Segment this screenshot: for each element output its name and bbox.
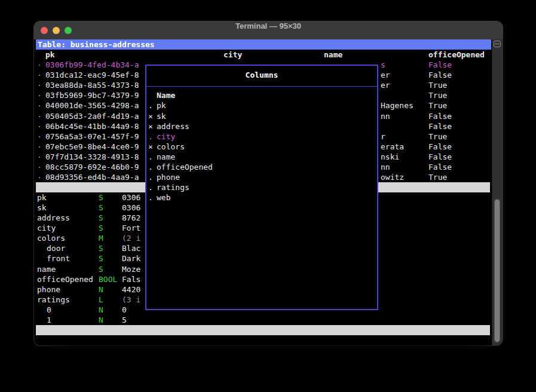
modal-column-item-city[interactable]: . city — [34, 131, 503, 142]
attribute-value: 0 — [122, 305, 127, 315]
column-name-label: ratings — [157, 182, 189, 192]
visibility-marker-icon: . — [148, 192, 153, 203]
attribute-type: BOOL — [99, 274, 117, 284]
name-cell: er — [381, 80, 390, 90]
attribute-type: S — [99, 203, 103, 213]
modal-column-item-ratings[interactable]: . ratings — [34, 182, 503, 192]
attribute-key: name — [37, 264, 56, 274]
officeopened-cell: False — [428, 70, 452, 80]
attribute-value: 5 — [122, 315, 127, 325]
modal-column-item-sk[interactable]: × sk — [34, 111, 503, 121]
column-name-label: sk — [157, 111, 166, 121]
visibility-marker-icon: . — [148, 131, 153, 142]
attribute-value: Moze — [122, 264, 140, 274]
visibility-marker-icon: × — [148, 111, 153, 121]
attribute-type: N — [99, 305, 103, 315]
attribute-key: colors — [37, 233, 65, 243]
attribute-value: Blac — [122, 243, 140, 253]
officeopened-cell: True — [428, 80, 447, 90]
column-name-label: officeOpened — [157, 162, 213, 172]
visibility-marker-icon: × — [148, 121, 153, 131]
attribute-value: (2 i — [122, 233, 140, 243]
modal-column-item-pk[interactable]: . pk — [34, 100, 503, 111]
modal-column-item-phone[interactable]: . phone — [34, 172, 503, 182]
attribute-value: Fort — [122, 223, 140, 233]
attribute-type: M — [99, 233, 103, 243]
modal-column-item-colors[interactable]: × colors — [34, 142, 503, 152]
attribute-value: Fals — [122, 274, 140, 284]
visibility-marker-icon: . — [148, 100, 153, 111]
attribute-key: sk — [37, 203, 47, 213]
visibility-marker-icon: . — [148, 172, 153, 182]
modal-title: Columns — [145, 70, 378, 80]
officeopened-cell: True — [428, 90, 447, 100]
visibility-marker-icon: . — [148, 162, 153, 172]
scrollbar-thumb[interactable] — [494, 199, 500, 342]
row-bullet-icon: · — [37, 90, 42, 100]
titlebar[interactable]: Terminal — 95×30 — [34, 22, 503, 40]
attribute-key: 1 — [47, 315, 51, 325]
pk-cell: 0306fb99-4fed-4b34-a — [45, 60, 139, 70]
visibility-marker-icon: × — [148, 142, 153, 152]
item-attribute-row[interactable]: 1 N 5 — [34, 315, 503, 325]
attribute-type: S — [99, 253, 103, 264]
modal-column-item-web[interactable]: . web — [34, 192, 503, 203]
split-pane-icon[interactable] — [494, 41, 501, 47]
modal-column-item-name[interactable]: . name — [34, 152, 503, 162]
status-bar-label: All results — [66, 336, 117, 345]
attribute-value: (3 i — [122, 295, 140, 305]
attribute-type: L — [99, 295, 103, 305]
name-cell: er — [381, 70, 390, 80]
attribute-value: Dark — [122, 253, 140, 264]
name-cell: s — [381, 60, 385, 70]
attribute-type: N — [99, 284, 103, 295]
attribute-value: 4420 — [122, 284, 140, 295]
row-bullet-icon: · — [37, 70, 42, 80]
column-header-pk[interactable]: pk — [45, 50, 55, 60]
column-name-label: address — [157, 121, 189, 131]
visibility-marker-icon: . — [148, 182, 153, 192]
status-bar: All results — [36, 325, 490, 335]
attribute-value: 8762 — [122, 213, 140, 223]
attribute-type: N — [99, 315, 103, 325]
attribute-key: address — [37, 213, 70, 223]
attribute-key: door — [47, 243, 65, 253]
column-name-label: city — [157, 131, 175, 142]
attribute-value: 0306 — [122, 203, 140, 213]
modal-title-divider — [146, 86, 377, 87]
pk-cell: 03ea88da-8a55-4373-8 — [45, 80, 139, 90]
terminal-content: Table: business-addresses pk city name o… — [34, 39, 503, 345]
modal-column-item-officeopened[interactable]: . officeOpened — [34, 162, 503, 172]
table-title-bar: Table: business-addresses — [36, 39, 491, 50]
pk-cell: 031dca12-eac9-45ef-8 — [45, 70, 139, 80]
row-bullet-icon: · — [37, 80, 42, 90]
column-name-label: web — [157, 192, 170, 203]
visibility-marker-icon: . — [148, 152, 153, 162]
column-name-label: pk — [157, 100, 166, 111]
row-bullet-icon: · — [37, 60, 42, 70]
terminal-window: Terminal — 95×30 Table: business-address… — [34, 22, 503, 345]
modal-list-header: Name — [157, 90, 175, 100]
modal-column-item-address[interactable]: × address — [34, 121, 503, 131]
window-title: Terminal — 95×30 — [34, 22, 503, 39]
attribute-type: S — [99, 223, 103, 233]
column-header-officeopened[interactable]: officeOpened — [428, 50, 485, 60]
table-header-row: pk city name officeOpened — [34, 50, 503, 60]
attribute-key: city — [37, 223, 56, 233]
column-name-label: phone — [157, 172, 180, 182]
column-header-city[interactable]: city — [223, 50, 242, 60]
pk-cell: 03fb5969-9bc7-4379-9 — [45, 90, 139, 100]
attribute-type: S — [99, 264, 103, 274]
attribute-key: 0 — [47, 305, 51, 315]
column-name-label: name — [157, 152, 175, 162]
attribute-type: S — [99, 243, 103, 253]
attribute-key: phone — [37, 284, 60, 295]
attribute-key: ratings — [37, 295, 70, 305]
attribute-key: officeOpened — [37, 274, 93, 284]
officeopened-cell: False — [428, 60, 452, 70]
column-name-label: colors — [157, 142, 185, 152]
column-header-name[interactable]: name — [324, 50, 342, 60]
attribute-type: S — [99, 213, 103, 223]
attribute-key: front — [47, 253, 70, 264]
